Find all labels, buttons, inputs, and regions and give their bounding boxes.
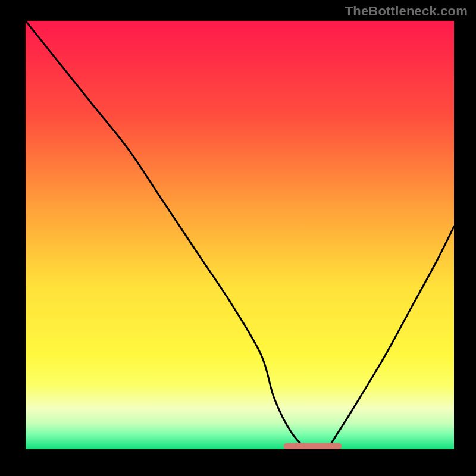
chart-frame: { "watermark": "TheBottleneck.com", "cha… xyxy=(0,0,476,476)
gradient-background xyxy=(26,21,454,449)
bottleneck-chart xyxy=(0,0,476,476)
watermark: TheBottleneck.com xyxy=(345,4,468,19)
